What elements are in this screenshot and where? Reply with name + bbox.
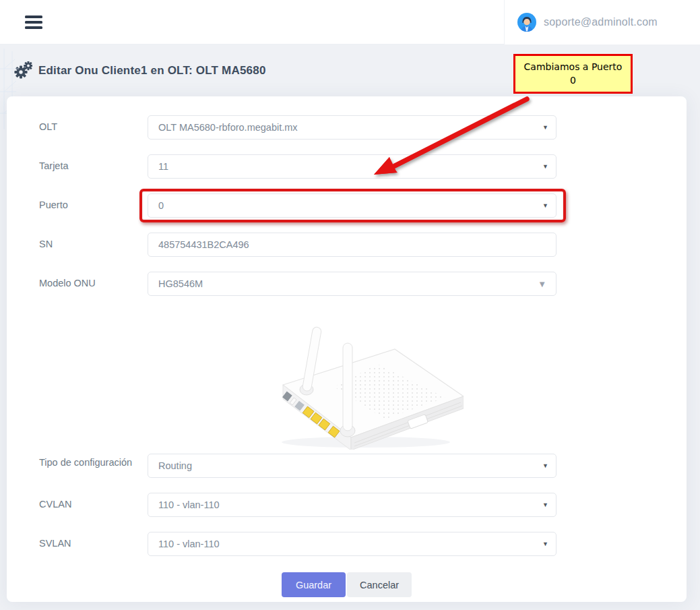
user-avatar-icon [517, 13, 536, 32]
olt-label: OLT [39, 115, 148, 140]
caret-down-icon: ▼ [538, 280, 546, 288]
caret-down-icon: ▼ [542, 125, 548, 131]
caret-down-icon: ▼ [542, 203, 548, 209]
callout-box: Cambiamos a Puerto 0 [513, 54, 633, 94]
hamburger-bar [25, 21, 42, 24]
modelo-value: HG8546M [158, 278, 203, 289]
onu-image-row [148, 311, 556, 450]
modelo-label: Modelo ONU [39, 272, 148, 296]
form-actions: Guardar Cancelar [7, 572, 687, 597]
svlan-label: SVLAN [39, 532, 148, 556]
onu-product-image [241, 311, 464, 450]
tarjeta-label: Tarjeta [39, 154, 148, 179]
cancel-button[interactable]: Cancelar [347, 572, 412, 597]
svlan-value: 110 - vlan-110 [158, 539, 220, 549]
hamburger-menu-icon[interactable] [25, 16, 42, 29]
olt-value: OLT MA5680-rbforo.megabit.mx [158, 122, 298, 133]
main-content: Editar Onu Cliente1 en OLT: OLT MA5680 O… [0, 44, 700, 610]
tarjeta-select[interactable]: 11 ▼ [148, 154, 556, 179]
user-email: soporte@adminolt.com [544, 16, 658, 28]
save-button[interactable]: Guardar [282, 572, 346, 597]
cvlan-value: 110 - vlan-110 [158, 499, 220, 510]
field-olt: OLT OLT MA5680-rbforo.megabit.mx ▼ [39, 115, 687, 140]
page-title: Editar Onu Cliente1 en OLT: OLT MA5680 [38, 64, 266, 78]
puerto-label: Puerto [39, 193, 148, 218]
field-puerto: Puerto 0 ▼ [39, 193, 687, 218]
hamburger-bar [25, 26, 42, 29]
field-modelo: Modelo ONU HG8546M ▼ [39, 272, 687, 296]
caret-down-icon: ▼ [542, 502, 548, 508]
field-tipo: Tipo de configuración Routing ▼ [39, 454, 687, 478]
tipo-select[interactable]: Routing ▼ [148, 454, 556, 478]
caret-down-icon: ▼ [542, 463, 548, 469]
sn-input[interactable] [148, 233, 556, 257]
modelo-select[interactable]: HG8546M ▼ [148, 272, 556, 296]
field-sn: SN [39, 233, 687, 257]
top-header: soporte@adminolt.com [0, 0, 700, 44]
tipo-value: Routing [158, 460, 192, 471]
user-menu[interactable]: soporte@adminolt.com [504, 0, 700, 44]
caret-down-icon: ▼ [542, 541, 548, 547]
puerto-value: 0 [158, 200, 164, 211]
cvlan-label: CVLAN [39, 493, 148, 517]
form-card: OLT OLT MA5680-rbforo.megabit.mx ▼ Tarje… [7, 96, 687, 602]
svlan-select[interactable]: 110 - vlan-110 ▼ [148, 532, 556, 556]
tipo-label: Tipo de configuración [39, 454, 148, 478]
caret-down-icon: ▼ [542, 164, 548, 170]
sn-label: SN [39, 233, 148, 257]
puerto-select[interactable]: 0 ▼ [148, 193, 556, 218]
field-svlan: SVLAN 110 - vlan-110 ▼ [39, 532, 687, 556]
cvlan-select[interactable]: 110 - vlan-110 ▼ [148, 493, 556, 517]
hamburger-bar [25, 16, 42, 18]
cogs-icon [13, 61, 32, 80]
field-cvlan: CVLAN 110 - vlan-110 ▼ [39, 493, 687, 517]
field-tarjeta: Tarjeta 11 ▼ [39, 154, 687, 179]
tarjeta-value: 11 [158, 161, 168, 172]
olt-select[interactable]: OLT MA5680-rbforo.megabit.mx ▼ [148, 115, 556, 140]
